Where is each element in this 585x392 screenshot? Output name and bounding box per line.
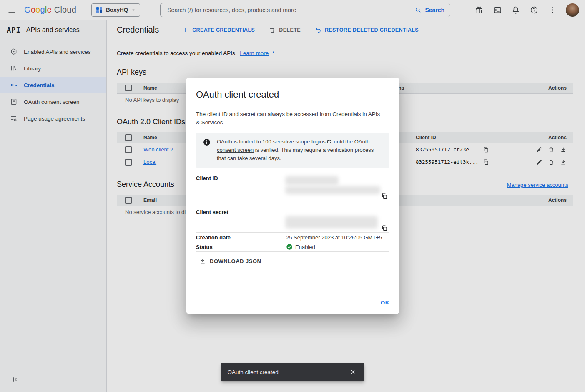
status-row: Status Enabled (196, 242, 389, 252)
redacted-blob (285, 186, 380, 194)
dialog-title: OAuth client created (196, 89, 389, 100)
creation-date-value: 25 September 2023 at 10:26:05 GMT+5 (286, 234, 389, 241)
copy-client-id-button[interactable] (380, 192, 389, 200)
client-secret-row: Client secret (196, 204, 389, 233)
oauth-limit-infobox: OAuth is limited to 100 sensitive scope … (196, 133, 389, 168)
download-json-button[interactable]: DOWNLOAD JSON (199, 256, 261, 266)
creation-date-label: Creation date (196, 234, 286, 241)
ok-button[interactable]: OK (381, 299, 389, 306)
creation-date-row: Creation date 25 September 2023 at 10:26… (196, 233, 389, 242)
client-id-row: Client ID (196, 170, 389, 204)
redacted-blob (285, 216, 378, 229)
dialog-description: The client ID and secret can always be a… (196, 110, 384, 127)
copy-icon (381, 193, 388, 199)
snackbar-message: OAuth client created (228, 369, 279, 375)
download-icon (199, 258, 206, 264)
status-value: Enabled (295, 244, 315, 250)
client-id-value-redacted (286, 175, 389, 204)
copy-client-secret-button[interactable] (380, 224, 389, 232)
dialog-fields: Client ID Client secret Creation date 25… (196, 170, 389, 252)
oauth-client-created-dialog: OAuth client created The client ID and s… (186, 78, 399, 314)
close-icon (349, 369, 356, 375)
snackbar: OAuth client created (221, 363, 364, 381)
redacted-blob (285, 176, 339, 185)
infobox-text: OAuth is limited to 100 sensitive scope … (217, 138, 383, 163)
client-id-label: Client ID (196, 175, 286, 204)
info-icon (203, 138, 211, 163)
external-link-icon (326, 139, 331, 144)
copy-icon (381, 225, 388, 231)
screen: Google Cloud BoxyHQ Search (0, 0, 585, 392)
snackbar-close-button[interactable] (345, 364, 360, 379)
client-secret-label: Client secret (196, 209, 286, 232)
sensitive-scope-logins-link[interactable]: sensitive scope logins (273, 138, 325, 145)
check-circle-icon (286, 244, 293, 250)
client-secret-value-redacted (286, 209, 389, 232)
status-label: Status (196, 244, 286, 250)
